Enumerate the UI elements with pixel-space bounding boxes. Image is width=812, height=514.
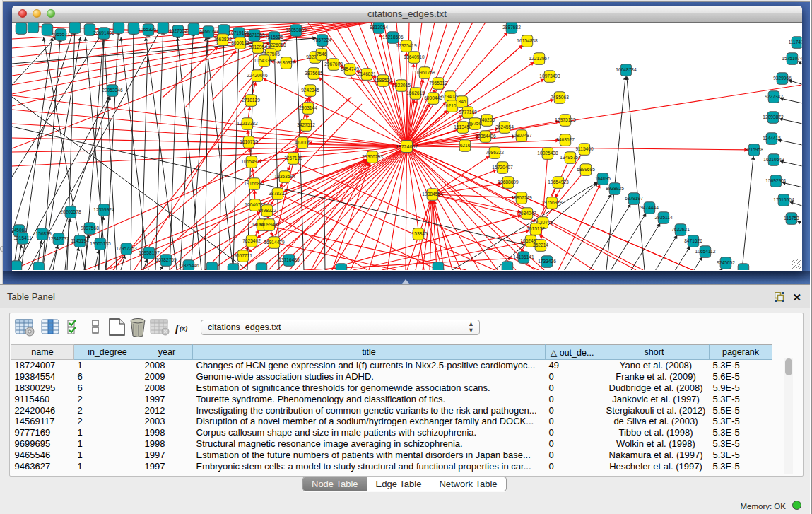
svg-text:15751074: 15751074 (782, 56, 803, 61)
svg-text:12359924: 12359924 (93, 207, 114, 212)
svg-text:746206: 746206 (479, 117, 495, 122)
svg-text:1610755: 1610755 (240, 139, 258, 144)
svg-text:16053809: 16053809 (286, 28, 307, 33)
svg-text:15692901: 15692901 (765, 178, 787, 183)
svg-text:14136141: 14136141 (513, 255, 534, 259)
svg-text:7485063: 7485063 (551, 95, 569, 100)
svg-text:12325419: 12325419 (396, 43, 417, 48)
svg-text:8471626: 8471626 (684, 238, 702, 243)
svg-text:7632621: 7632621 (671, 227, 690, 232)
svg-text:13716485: 13716485 (278, 257, 300, 262)
svg-text:18724007: 18724007 (396, 144, 418, 149)
svg-text:9227342: 9227342 (765, 94, 783, 99)
svg-text:417006: 417006 (295, 140, 310, 145)
svg-text:10654112: 10654112 (695, 249, 716, 254)
svg-text:2967608: 2967608 (324, 62, 343, 66)
svg-text:20206578: 20206578 (60, 209, 81, 214)
svg-text:10807487: 10807487 (511, 133, 532, 138)
svg-text:9657771: 9657771 (234, 253, 252, 258)
svg-text:9097568: 9097568 (81, 226, 99, 230)
svg-text:8215958: 8215958 (745, 147, 763, 152)
svg-text:6899695: 6899695 (577, 167, 595, 172)
svg-text:25300293: 25300293 (362, 154, 383, 159)
svg-text:8938925: 8938925 (606, 186, 624, 191)
svg-text:3624554: 3624554 (495, 124, 514, 129)
svg-text:9474444: 9474444 (640, 205, 659, 210)
svg-text:12342737: 12342737 (48, 236, 69, 241)
svg-text:7546: 7546 (317, 52, 327, 57)
svg-text:16648784: 16648784 (616, 67, 637, 72)
svg-text:845: 845 (458, 99, 466, 104)
svg-text:10688609: 10688609 (498, 180, 519, 185)
svg-text:10961758: 10961758 (414, 70, 435, 75)
svg-text:1513457: 1513457 (454, 124, 472, 129)
svg-text:4055571: 4055571 (52, 32, 70, 37)
svg-text:6379197: 6379197 (625, 196, 643, 201)
svg-text:1662615: 1662615 (406, 90, 425, 95)
svg-text:7955812: 7955812 (429, 81, 447, 86)
svg-text:7515525: 7515525 (265, 35, 283, 40)
svg-text:16914479: 16914479 (264, 240, 285, 245)
svg-text:10671355: 10671355 (244, 33, 265, 37)
svg-text:7857224: 7857224 (313, 37, 331, 42)
svg-text:1156829: 1156829 (33, 231, 52, 236)
svg-text:1117405: 1117405 (789, 40, 806, 45)
svg-text:9242845: 9242845 (301, 88, 319, 93)
svg-text:12325446: 12325446 (178, 263, 199, 268)
svg-text:13505135: 13505135 (90, 241, 111, 246)
svg-text:18640910: 18640910 (404, 54, 425, 59)
svg-text:9684047: 9684047 (518, 211, 536, 216)
svg-text:1733426: 1733426 (538, 259, 556, 264)
svg-text:10025438: 10025438 (537, 151, 558, 156)
svg-text:20691406: 20691406 (93, 30, 114, 35)
svg-text:9329966: 9329966 (773, 76, 792, 81)
svg-text:12975125: 12975125 (555, 117, 576, 122)
svg-text:23226058: 23226058 (265, 42, 286, 47)
svg-text:12213967: 12213967 (529, 56, 550, 61)
svg-text:1615132: 1615132 (526, 226, 545, 231)
svg-text:17957253: 17957253 (116, 246, 137, 251)
svg-text:10782759: 10782759 (155, 257, 177, 262)
svg-text:1322015: 1322015 (392, 83, 411, 88)
svg-text:15720407: 15720407 (492, 165, 513, 170)
svg-text:16154838: 16154838 (517, 38, 538, 43)
svg-text:3878332: 3878332 (269, 191, 287, 196)
svg-text:7625402: 7625402 (242, 238, 261, 243)
svg-text:7086322: 7086322 (486, 150, 504, 155)
svg-text:20053346: 20053346 (102, 88, 123, 93)
svg-text:9777169: 9777169 (459, 110, 477, 115)
svg-text:3915411: 3915411 (13, 235, 32, 240)
svg-text:252214: 252214 (533, 243, 548, 247)
svg-text:19166827: 19166827 (244, 181, 265, 186)
svg-text:8813054: 8813054 (370, 25, 388, 30)
svg-text:6466160: 6466160 (199, 29, 218, 34)
svg-text:22420046: 22420046 (247, 73, 268, 78)
svg-text:3267130: 3267130 (284, 156, 302, 160)
svg-text:18807249: 18807249 (511, 195, 532, 200)
svg-text:116753: 116753 (784, 216, 799, 221)
svg-text:10654932: 10654932 (241, 159, 262, 164)
svg-text:12213382: 12213382 (237, 121, 258, 126)
svg-text:16210643: 16210643 (763, 157, 784, 162)
svg-text:1588520: 1588520 (374, 78, 392, 83)
svg-text:2887682: 2887682 (502, 25, 521, 30)
svg-text:7663822: 7663822 (213, 37, 232, 42)
svg-text:13495754: 13495754 (560, 155, 581, 160)
svg-text:2903144: 2903144 (299, 105, 317, 110)
svg-text:17016504: 17016504 (773, 197, 794, 202)
svg-text:14099481: 14099481 (259, 222, 280, 227)
svg-text:6216: 6216 (460, 143, 471, 148)
svg-text:10958197: 10958197 (139, 250, 160, 255)
svg-text:1145194: 1145194 (71, 238, 89, 243)
svg-text:8454749: 8454749 (341, 66, 359, 71)
svg-text:3912954: 3912954 (249, 45, 267, 49)
svg-text:6990448: 6990448 (424, 95, 442, 100)
svg-text:19218506: 19218506 (382, 35, 404, 40)
svg-text:8186328: 8186328 (277, 60, 295, 65)
svg-text:19756928: 19756928 (541, 200, 563, 205)
svg-text:12353594: 12353594 (274, 174, 295, 179)
svg-text:20364436: 20364436 (475, 134, 496, 139)
svg-text:10543362: 10543362 (254, 58, 275, 63)
svg-text:9115460: 9115460 (575, 146, 594, 151)
svg-text:12093872: 12093872 (763, 115, 784, 119)
